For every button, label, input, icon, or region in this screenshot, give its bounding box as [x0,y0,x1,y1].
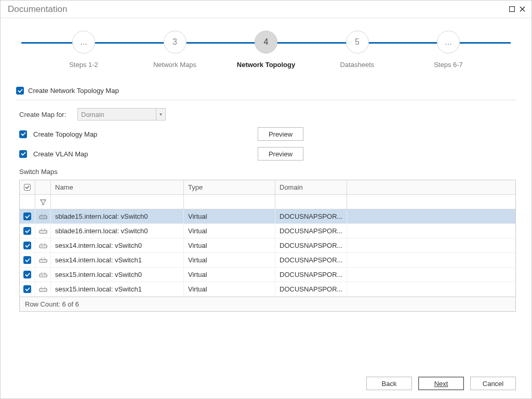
step-label: Network Topology [237,61,295,69]
back-button[interactable]: Back [366,377,412,390]
select-all-checkbox[interactable] [24,184,31,191]
grid-footer: Row Count: 6 of 6 [20,297,515,311]
step-label: Network Maps [153,61,196,69]
wizard-footer: Back Next Cancel [1,368,531,398]
table-row[interactable]: sesx15.intern.local: vSwitch0VirtualDOCU… [20,268,515,282]
switch-maps-grid: Name Type Domain sblade15.intern.local: … [19,180,516,312]
row-checkbox[interactable] [23,212,31,220]
svg-rect-0 [509,7,514,12]
chevron-down-icon: ▼ [156,109,165,120]
maximize-icon[interactable] [507,4,517,15]
documentation-wizard-window: Documentation ...Steps 1-23Network Maps4… [0,0,532,399]
cell-type: Virtual [184,238,275,252]
grid-body[interactable]: sblade15.intern.local: vSwitch0VirtualDO… [20,209,515,297]
step-circle: 3 [164,31,187,54]
cell-name: sesx15.intern.local: vSwitch0 [51,268,184,282]
cell-domain: DOCUSNAPSPOR... [275,238,347,252]
filter-icon[interactable] [35,195,51,209]
filter-input-domain[interactable] [275,195,347,209]
switch-icon [35,268,51,282]
create-map-for-label: Create Map for: [19,111,71,118]
cell-name: sblade15.intern.local: vSwitch0 [51,209,184,223]
column-header-domain[interactable]: Domain [275,180,347,195]
step-label: Steps 1-2 [69,61,98,69]
table-row[interactable]: sesx14.intern.local: vSwitch0VirtualDOCU… [20,238,515,253]
step-label: Steps 6-7 [434,61,463,69]
cell-domain: DOCUSNAPSPOR... [275,224,347,238]
cell-type: Virtual [184,253,275,267]
window-title: Documentation [8,4,67,15]
table-row[interactable]: sblade16.intern.local: vSwitch0VirtualDO… [20,224,515,238]
create-vlan-map-checkbox[interactable] [19,150,27,158]
step-circle: 4 [255,31,277,54]
cell-type: Virtual [184,224,275,238]
step-4[interactable]: 5Datasheets [321,31,394,69]
create-network-topology-map-checkbox[interactable] [16,87,24,95]
create-network-topology-map-label: Create Network Topology Map [28,87,119,95]
cell-name: sblade16.intern.local: vSwitch0 [51,224,184,238]
step-2[interactable]: 3Network Maps [139,31,211,69]
step-circle: ... [437,31,460,54]
switch-icon [35,209,51,223]
create-vlan-map-label: Create VLAN Map [33,150,137,158]
cell-name: sesx14.intern.local: vSwitch1 [51,253,184,267]
table-row[interactable]: sesx14.intern.local: vSwitch1VirtualDOCU… [20,253,515,268]
cell-name: sesx14.intern.local: vSwitch0 [51,238,184,252]
cell-domain: DOCUSNAPSPOR... [275,209,347,223]
cell-type: Virtual [184,209,275,223]
step-circle: ... [72,31,95,54]
switch-icon [35,224,51,238]
row-checkbox[interactable] [23,242,31,249]
row-checkbox[interactable] [23,285,31,293]
create-topology-map-checkbox[interactable] [19,130,27,138]
column-header-type[interactable]: Type [184,180,275,195]
grid-header: Name Type Domain [20,180,515,195]
cell-domain: DOCUSNAPSPOR... [275,268,347,282]
next-button[interactable]: Next [418,377,464,390]
preview-vlan-button[interactable]: Preview [258,147,303,161]
row-checkbox[interactable] [23,256,31,264]
table-row[interactable]: sesx15.intern.local: vSwitch1VirtualDOCU… [20,282,515,297]
row-checkbox[interactable] [23,227,31,235]
step-3[interactable]: 4Network Topology [230,31,302,69]
close-icon[interactable] [517,4,527,15]
step-label: Datasheets [340,61,375,69]
create-map-for-dropdown[interactable]: Domain ▼ [77,108,166,121]
create-topology-map-label: Create Topology Map [33,130,137,138]
cell-type: Virtual [184,268,275,282]
grid-filter-row [20,195,515,209]
column-header-name[interactable]: Name [51,180,184,195]
cell-name: sesx15.intern.local: vSwitch1 [51,282,184,296]
row-count-text: Row Count: 6 of 6 [25,300,79,308]
step-circle: 5 [346,31,369,54]
row-checkbox[interactable] [23,271,31,278]
switch-icon [35,282,51,296]
switch-icon [35,253,51,267]
preview-topology-button[interactable]: Preview [258,127,303,141]
titlebar: Documentation [1,1,531,18]
wizard-stepper: ...Steps 1-23Network Maps4Network Topolo… [16,31,516,77]
step-5[interactable]: ...Steps 6-7 [412,31,485,69]
switch-maps-label: Switch Maps [19,168,516,176]
step-1[interactable]: ...Steps 1-2 [47,31,120,69]
switch-icon [35,238,51,252]
create-network-topology-map-checkbox-row: Create Network Topology Map [16,87,516,100]
cell-type: Virtual [184,282,275,296]
table-row[interactable]: sblade15.intern.local: vSwitch0VirtualDO… [20,209,515,224]
filter-input-type[interactable] [184,195,275,209]
cell-domain: DOCUSNAPSPOR... [275,253,347,267]
filter-input-name[interactable] [51,195,184,209]
create-map-for-value: Domain [81,111,104,118]
cell-domain: DOCUSNAPSPOR... [275,282,347,296]
cancel-button[interactable]: Cancel [470,377,516,390]
